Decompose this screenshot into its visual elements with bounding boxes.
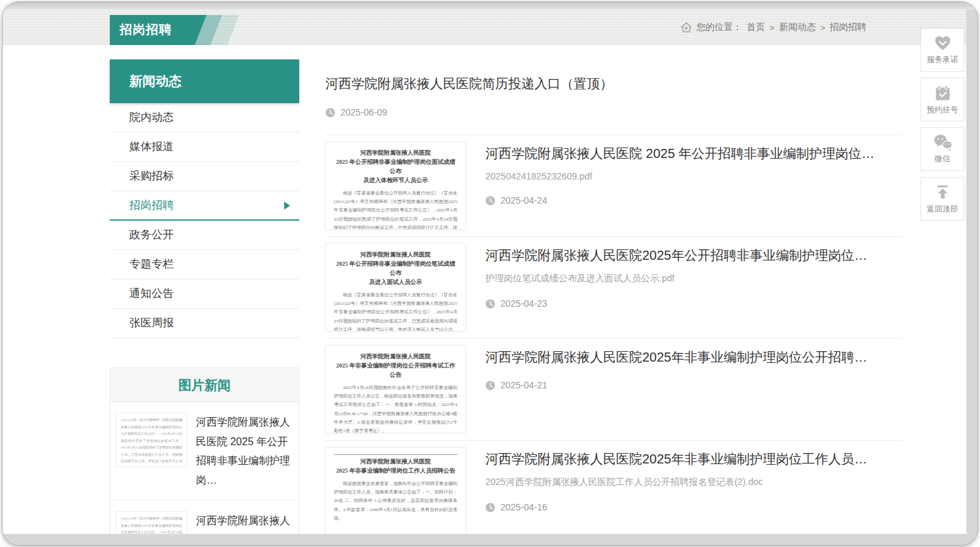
news-date: 2025-04-16 — [500, 502, 547, 512]
picture-news-thumbnail[interactable]: (2011)22号）等文件精神和《河西学院附属张掖人民医院2025年非事业编制护… — [116, 413, 188, 467]
news-date: 2025-04-21 — [500, 380, 547, 390]
news-list: 河西学院附属张掖人民医院简历投递入口（置顶） 2025-06-09 河西学院附属… — [325, 67, 902, 534]
floating-toolbar: 服务承诺 预约挂号 微信 返回顶部 — [921, 28, 964, 221]
news-item-pinned: 河西学院附属张掖人民医院简历投递入口（置顶） 2025-06-09 — [325, 67, 902, 134]
news-title[interactable]: 河西学院附属张掖人民医院 2025 年公开招聘非事业编制护理岗位… — [485, 145, 902, 163]
breadcrumb-separator: > — [770, 23, 775, 33]
news-title[interactable]: 河西学院附属张掖人民医院简历投递入口（置顶） — [325, 75, 902, 93]
sidebar-item-media-reports[interactable]: 媒体报道 — [110, 133, 299, 162]
news-meta: 2025-04-21 — [485, 380, 902, 390]
page-header-band: 招岗招聘 您的位置： 首页 > 新闻动态 > 招岗招聘 — [3, 10, 966, 45]
news-item: 河西学院附属张掖人民医院 2025 年公开招聘非事业编制护理岗位笔试成绩公布 及… — [325, 236, 902, 338]
news-title[interactable]: 河西学院附属张掖人民医院2025年非事业编制护理岗位公开招聘… — [485, 349, 902, 366]
news-thumbnail[interactable]: 河西学院附属张掖人民医院 2025 年公开招聘非事业编制护理岗位笔试成绩公布 及… — [325, 243, 466, 332]
wechat-button[interactable]: 微信 — [921, 127, 964, 171]
news-meta: 2025-04-16 — [485, 502, 902, 512]
page: 招岗招聘 您的位置： 首页 > 新闻动态 > 招岗招聘 新闻动态 院内动态 媒体… — [3, 10, 966, 534]
sidebar-item-procurement[interactable]: 采购招标 — [110, 162, 299, 191]
clock-icon — [485, 381, 495, 390]
news-meta: 2025-06-09 — [325, 107, 902, 117]
breadcrumb-current: 招岗招聘 — [830, 22, 866, 33]
heart-check-icon — [934, 35, 952, 52]
news-date: 2025-04-24 — [500, 195, 547, 206]
clock-icon — [485, 299, 495, 309]
calendar-check-icon — [934, 84, 952, 102]
window-top-chrome — [3, 2, 977, 10]
news-item: 河西学院附属张掖人民医院 2025 年公开招聘非事业编制护理岗位面试成绩公布 及… — [325, 134, 902, 236]
picture-news-item-title[interactable]: 河西学院附属张掖人民医院 2025 年公开招聘非事业编制护理岗… — [196, 413, 293, 490]
sidebar-menu: 院内动态 媒体报道 采购招标 招岗招聘 政务公开 专题专栏 通知公告 张医周报 — [110, 103, 299, 338]
clock-icon — [325, 108, 335, 117]
sidebar-item-weekly-report[interactable]: 张医周报 — [110, 309, 299, 338]
news-meta: 2025-04-23 — [485, 298, 902, 309]
news-item: 河西学院附属张掖人民医院 2025 年非事业编制护理岗位工作人员招聘公告 根据医… — [325, 440, 902, 534]
wechat-icon — [933, 134, 953, 151]
active-arrow-icon — [284, 202, 290, 210]
picture-news-item[interactable]: (2011)22号）等文件精神和《河西学院附属张掖人民医院2025年非事业编制护… — [110, 500, 299, 534]
ribbon-title: 招岗招聘 — [120, 15, 172, 45]
sidebar-item-notices[interactable]: 通知公告 — [110, 279, 299, 309]
news-date: 2025-06-09 — [340, 107, 387, 117]
sidebar-item-gov-disclosure[interactable]: 政务公开 — [110, 221, 299, 250]
clock-icon — [485, 503, 495, 512]
breadcrumb: 您的位置： 首页 > 新闻动态 > 招岗招聘 — [681, 10, 866, 45]
service-promise-button[interactable]: 服务承诺 — [921, 28, 964, 72]
picture-news-panel: 图片新闻 (2011)22号）等文件精神和《河西学院附属张掖人民医院2025年非… — [110, 367, 299, 534]
news-thumbnail[interactable]: 河西学院附属张掖人民医院 2025 年非事业编制护理岗位公开招聘考试工作公告 2… — [325, 345, 466, 433]
picture-news-item-title[interactable]: 河西学院附属张掖人民医院2025年公开招聘非事业编制护理岗位… — [196, 511, 293, 534]
breadcrumb-label: 您的位置： — [696, 22, 742, 33]
sidebar-news-menu: 新闻动态 院内动态 媒体报道 采购招标 招岗招聘 政务公开 专题专栏 通知公告 … — [110, 59, 299, 338]
home-icon — [681, 22, 692, 33]
back-to-top-icon — [934, 183, 952, 201]
appointment-button[interactable]: 预约挂号 — [921, 78, 964, 121]
news-title[interactable]: 河西学院附属张掖人民医院2025年公开招聘非事业编制护理岗位… — [485, 247, 902, 264]
news-attachment[interactable]: 202504241825232609.pdf — [485, 171, 902, 181]
news-thumbnail[interactable]: 河西学院附属张掖人民医院 2025 年非事业编制护理岗位工作人员招聘公告 根据医… — [325, 447, 466, 534]
section-ribbon: 招岗招聘 — [110, 15, 247, 45]
breadcrumb-link-news[interactable]: 新闻动态 — [779, 22, 815, 33]
clock-icon — [485, 196, 495, 206]
browser-window: 招岗招聘 您的位置： 首页 > 新闻动态 > 招岗招聘 新闻动态 院内动态 媒体… — [2, 1, 978, 546]
breadcrumb-separator: > — [820, 23, 825, 33]
sidebar-item-recruitment[interactable]: 招岗招聘 — [110, 191, 299, 221]
news-meta: 2025-04-24 — [485, 195, 902, 206]
sidebar-item-special-columns[interactable]: 专题专栏 — [110, 250, 299, 279]
picture-news-thumbnail[interactable]: (2011)22号）等文件精神和《河西学院附属张掖人民医院2025年非事业编制护… — [116, 511, 188, 534]
sidebar-item-hospital-news[interactable]: 院内动态 — [110, 103, 299, 133]
picture-news-title: 图片新闻 — [110, 368, 299, 402]
breadcrumb-link-home[interactable]: 首页 — [747, 22, 765, 33]
sidebar-title: 新闻动态 — [110, 59, 299, 103]
news-item: 河西学院附属张掖人民医院 2025 年非事业编制护理岗位公开招聘考试工作公告 2… — [325, 338, 902, 440]
news-attachment[interactable]: 2025河西学院附属张掖人民医院工作人员公开招聘报名登记表(2).doc — [485, 477, 902, 488]
back-to-top-button[interactable]: 返回顶部 — [921, 177, 964, 221]
news-date: 2025-04-23 — [500, 298, 547, 309]
picture-news-item[interactable]: (2011)22号）等文件精神和《河西学院附属张掖人民医院2025年非事业编制护… — [110, 402, 299, 500]
news-thumbnail[interactable]: 河西学院附属张掖人民医院 2025 年公开招聘非事业编制护理岗位面试成绩公布 及… — [325, 142, 466, 230]
news-attachment[interactable]: 护理岗位笔试成绩公布及进入面试人员公示.pdf — [485, 273, 902, 285]
news-title[interactable]: 河西学院附属张掖人民医院2025年非事业编制护理岗位工作人员… — [485, 450, 902, 468]
